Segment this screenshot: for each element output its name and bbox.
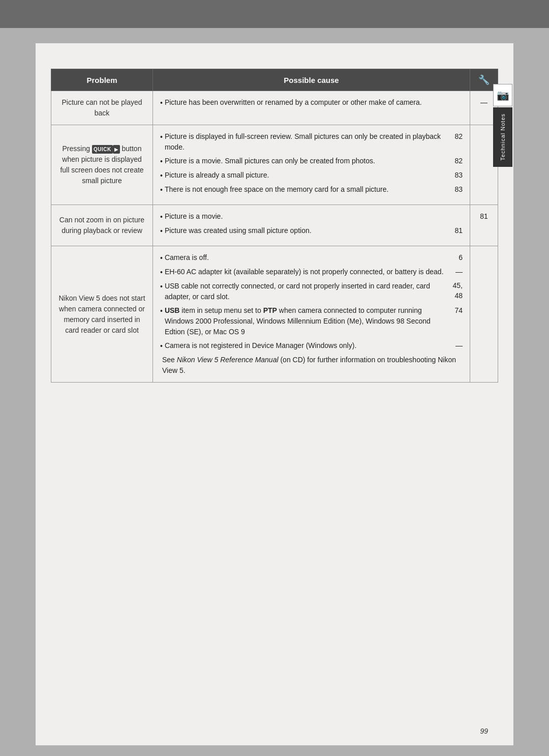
table-row: Picture can not be played back • Picture…	[51, 91, 498, 125]
page-ref: 83	[448, 184, 463, 195]
bullet: •	[160, 226, 163, 237]
cause-item: • EH-60 AC adapter kit (available separa…	[160, 267, 463, 278]
bullet: •	[160, 212, 163, 222]
page-ref: 82	[448, 156, 463, 167]
bullet: •	[160, 185, 163, 195]
page-content: 📷 Technical Notes Problem Possible cause…	[36, 43, 513, 745]
bullet: •	[160, 306, 163, 337]
table-row: Can not zoom in on picture during playba…	[51, 205, 498, 246]
problem-cell: Pressing QUICK▶ button when picture is d…	[51, 125, 153, 205]
problem-cell: Picture can not be played back	[51, 91, 153, 125]
bullet: •	[160, 281, 163, 302]
cause-item: • Picture is already a small picture. 83	[160, 170, 463, 181]
page-ref: 45,48	[448, 281, 463, 302]
problem-cell: Nikon View 5 does not start when camera …	[51, 246, 153, 383]
quick-button-label: QUICK	[92, 145, 113, 154]
cause-item: • Camera is off. 6	[160, 252, 463, 264]
right-tab: 📷 Technical Notes	[492, 84, 513, 167]
tab-icon-box: 📷	[493, 84, 512, 106]
page-number: 99	[480, 727, 488, 735]
cause-item: • USB item in setup menu set to PTP when…	[160, 305, 463, 337]
bullet: •	[160, 98, 163, 108]
table-row: Nikon View 5 does not start when camera …	[51, 246, 498, 383]
bullet: •	[160, 253, 163, 264]
page-ref: 74	[448, 305, 463, 337]
cause-cell: • Picture is a movie. • Picture was crea…	[153, 205, 470, 246]
cause-item: • Picture is a movie. Small pictures can…	[160, 156, 463, 167]
tab-label: Technical Notes	[500, 113, 506, 161]
cause-item: • Picture has been overwritten or rename…	[160, 97, 463, 108]
bullet: •	[160, 341, 163, 352]
troubleshooting-table: Problem Possible cause 🔧 Picture can not…	[51, 69, 498, 383]
tab-label-box: Technical Notes	[493, 107, 512, 167]
manual-title: Nikon View 5 Reference Manual	[177, 356, 279, 364]
page-ref: 81	[448, 225, 463, 237]
page-ref: —	[448, 267, 463, 278]
cause-item: • Camera is not registered in Device Man…	[160, 340, 463, 352]
page-ref: 83	[448, 170, 463, 181]
camera-icon: 📷	[497, 89, 509, 101]
cause-item: • Picture is a movie.	[160, 211, 463, 222]
problem-header: Problem	[51, 69, 153, 91]
table-header-row: Problem Possible cause 🔧	[51, 69, 498, 91]
table-row: Pressing QUICK▶ button when picture is d…	[51, 125, 498, 205]
usb-label: USB	[165, 306, 180, 314]
bullet: •	[160, 267, 163, 278]
page-ref: —	[448, 340, 463, 352]
quick-arrow: ▶	[113, 145, 120, 154]
bullet: •	[160, 170, 163, 181]
cause-cell: • Picture has been overwritten or rename…	[153, 91, 470, 125]
cause-item: • USB cable not correctly connected, or …	[160, 281, 463, 302]
ptp-label: PTP	[263, 306, 277, 314]
top-bar	[0, 0, 549, 28]
cause-cell: • Picture is displayed in full-screen re…	[153, 125, 470, 205]
page-ref: 82	[448, 131, 463, 153]
cause-item: • There is not enough free space on the …	[160, 184, 463, 195]
bullet: •	[160, 156, 163, 167]
table-wrapper: Problem Possible cause 🔧 Picture can not…	[51, 69, 498, 383]
page-ref: 6	[448, 252, 463, 264]
page-ref-cell: 81	[470, 205, 498, 246]
cause-item: • Picture is displayed in full-screen re…	[160, 131, 463, 153]
page-ref-cell	[470, 246, 498, 383]
cause-item: • Picture was created using small pictur…	[160, 225, 463, 237]
reference-note: See Nikon View 5 Reference Manual (on CD…	[160, 355, 463, 376]
bullet: •	[160, 132, 163, 153]
cause-cell: • Camera is off. 6 • EH-60 AC adapter ki…	[153, 246, 470, 383]
problem-cell: Can not zoom in on picture during playba…	[51, 205, 153, 246]
cause-header: Possible cause	[153, 69, 470, 91]
